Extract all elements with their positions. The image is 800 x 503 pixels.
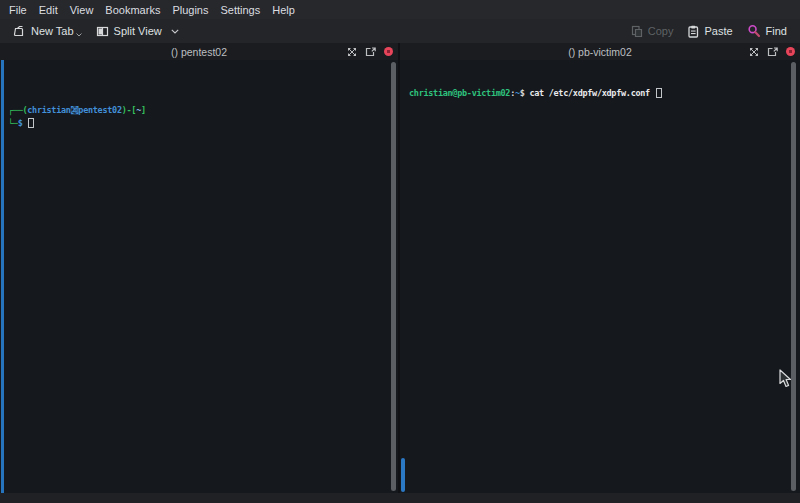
split-right-title: () pb-victim02 (568, 46, 632, 58)
split-left: () pentest02 (0, 43, 398, 493)
scroll-accent-bar (401, 458, 405, 492)
menu-bookmarks[interactable]: Bookmarks (99, 4, 166, 16)
split-left-actions (347, 43, 393, 60)
splits-container: () pentest02 (0, 43, 800, 503)
split-right-actions (749, 43, 795, 60)
paste-icon (687, 25, 699, 38)
terminal-right[interactable]: christian@pb-victim02:~$ cat /etc/xdpfw/… (400, 60, 800, 493)
new-tab-label: New Tab (31, 25, 74, 37)
window-bottom-edge (0, 493, 800, 503)
detach-view-icon[interactable] (767, 47, 778, 57)
copy-label: Copy (648, 25, 674, 37)
terminal-left-content: ┌──(christian㉉pentest02)-[~]└─$ (0, 96, 398, 129)
scrollbar-right-pane[interactable] (791, 62, 796, 491)
focus-accent-line (1, 60, 4, 493)
split-view-label: Split View (114, 25, 162, 37)
maximize-view-icon[interactable] (347, 47, 357, 57)
menu-file[interactable]: File (3, 4, 33, 16)
terminal-right-content: christian@pb-victim02:~$ cat /etc/xdpfw/… (400, 84, 800, 99)
text-cursor (656, 88, 662, 98)
split-view-button[interactable]: Split View (91, 23, 184, 40)
split-right-header[interactable]: () pb-victim02 (400, 43, 800, 60)
chevron-down-icon (171, 29, 179, 34)
konsole-window: File Edit View Bookmarks Plugins Setting… (0, 0, 800, 503)
menu-plugins[interactable]: Plugins (166, 4, 214, 16)
split-right: () pb-victim02 (400, 43, 800, 493)
close-view-icon[interactable] (384, 47, 393, 56)
copy-button[interactable]: Copy (626, 23, 679, 40)
text-cursor (28, 118, 34, 128)
paste-button[interactable]: Paste (682, 23, 737, 40)
detach-view-icon[interactable] (365, 47, 376, 57)
find-label: Find (766, 25, 787, 37)
paste-label: Paste (704, 25, 732, 37)
toolbar: New Tab Split View Copy (0, 19, 800, 43)
close-view-icon[interactable] (786, 47, 795, 56)
search-icon (747, 24, 761, 38)
copy-icon (631, 25, 643, 38)
scrollbar-left-pane[interactable] (391, 62, 396, 491)
split-left-header[interactable]: () pentest02 (0, 43, 398, 60)
find-button[interactable]: Find (742, 22, 792, 40)
new-tab-button[interactable]: New Tab (8, 23, 87, 40)
new-tab-icon (13, 25, 26, 38)
split-view-icon (96, 25, 109, 38)
menu-help[interactable]: Help (266, 4, 301, 16)
chevron-down-icon (76, 33, 82, 37)
menu-view[interactable]: View (64, 4, 100, 16)
terminal-left[interactable]: ┌──(christian㉉pentest02)-[~]└─$ (0, 60, 398, 493)
maximize-view-icon[interactable] (749, 47, 759, 57)
menu-settings[interactable]: Settings (214, 4, 266, 16)
split-left-title: () pentest02 (171, 46, 227, 58)
menubar: File Edit View Bookmarks Plugins Setting… (0, 0, 800, 19)
menu-edit[interactable]: Edit (33, 4, 64, 16)
